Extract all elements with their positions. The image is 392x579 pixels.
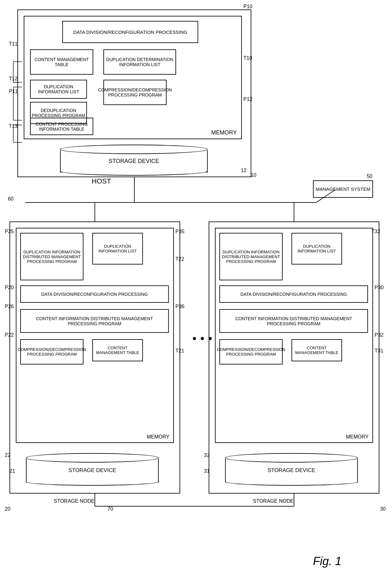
ref-p22: P22 bbox=[5, 332, 14, 338]
ref-p36: P36 bbox=[175, 304, 184, 309]
memory-label: MEMORY bbox=[211, 129, 237, 136]
memory-left-label: MEMORY bbox=[147, 434, 169, 440]
right-storage-label: STORAGE DEVICE bbox=[268, 467, 315, 474]
dup-info-label: DUPLICATION INFORMATION LIST bbox=[31, 84, 86, 94]
content-mgmt-right-box: CONTENT MANAGEMENT TABLE bbox=[291, 339, 342, 361]
svg-point-19 bbox=[201, 337, 204, 340]
compress-right-box: COMPRESSION/DECOMPRESSION PROCESSING PRO… bbox=[219, 339, 283, 364]
ref-p26: P26 bbox=[5, 304, 14, 309]
ref-50: 50 bbox=[367, 173, 372, 179]
ref-p10: P10 bbox=[243, 4, 252, 9]
ref-t11: T11 bbox=[9, 41, 18, 47]
content-info-left-box: CONTENT INFORMATION DISTRIBUTED MANAGEME… bbox=[20, 309, 169, 333]
ref-t31: T31 bbox=[375, 348, 383, 354]
content-mgmt-left-box: CONTENT MANAGEMENT TABLE bbox=[92, 339, 143, 361]
content-mgmt-box: CONTENT MANAGEMENT TABLE bbox=[30, 49, 93, 75]
ref-t10: T10 bbox=[243, 55, 252, 61]
compress-left-label: COMPRESSION/DECOMPRESSION PROCESSING PRO… bbox=[18, 347, 86, 357]
content-info-right-box: CONTENT INFORMATION DISTRIBUTED MANAGEME… bbox=[219, 309, 368, 333]
dedup-label: DEDUPLICATION PROCESSING PROGRAM bbox=[31, 108, 86, 118]
mgmt-label: MANAGEMENT SYSTEM bbox=[315, 186, 370, 192]
host-storage-label: STORAGE DEVICE bbox=[109, 158, 159, 165]
memory-left: DUPLICATION INFORMATION DISTRIBUTED MANA… bbox=[16, 228, 174, 443]
dup-info-list-right-label: DUPLICATION INFORMATION LIST bbox=[292, 244, 341, 253]
ref-p12: P12 bbox=[243, 96, 252, 102]
data-division-box: DATA DIVISION/RECONFIGURATION PROCESSING bbox=[62, 21, 198, 43]
ref-p32: P32 bbox=[375, 332, 383, 338]
ref-70-left: 70 bbox=[107, 506, 113, 512]
dup-dist-right-box: DUPLICATION INFORMATION DISTRIBUTED MANA… bbox=[219, 233, 283, 280]
compress-label: COMPRESSION/DECOMPRESSION PROCESSING PRO… bbox=[98, 87, 172, 97]
ref-p20: P20 bbox=[5, 285, 14, 290]
dup-info-list-left-box: DUPLICATION INFORMATION LIST bbox=[92, 233, 143, 265]
right-storage-bottom bbox=[225, 478, 358, 486]
ref-31: 31 bbox=[204, 468, 210, 474]
host-storage-top bbox=[60, 145, 208, 154]
data-div-left-box: DATA DIVISION/RECONFIGURATION PROCESSING bbox=[20, 285, 169, 303]
memory-box: DATA DIVISION/RECONFIGURATION PROCESSING… bbox=[24, 16, 242, 139]
dup-info-list-right-box: DUPLICATION INFORMATION LIST bbox=[291, 233, 342, 265]
data-div-left-label: DATA DIVISION/RECONFIGURATION PROCESSING bbox=[41, 292, 148, 297]
ref-60: 60 bbox=[8, 196, 14, 202]
compress-right-label: COMPRESSION/DECOMPRESSION PROCESSING PRO… bbox=[217, 347, 285, 357]
ref-12: 12 bbox=[241, 168, 247, 173]
dup-det-box: DUPLICATION DETERMINATION INFORMATION LI… bbox=[103, 49, 176, 75]
left-storage-label: STORAGE DEVICE bbox=[69, 467, 116, 474]
ref-t32: T32 bbox=[371, 229, 380, 234]
ref-t13: T13 bbox=[9, 123, 18, 129]
compress-box: COMPRESSION/DECOMPRESSION PROCESSING PRO… bbox=[103, 80, 167, 105]
left-storage-top bbox=[26, 453, 159, 463]
storage-node-left: DUPLICATION INFORMATION DISTRIBUTED MANA… bbox=[9, 221, 180, 494]
storage-node-left-label: STORAGE NODE bbox=[54, 498, 95, 504]
ref-t12: T12 bbox=[9, 76, 18, 82]
storage-node-right: DUPLICATION INFORMATION DISTRIBUTED MANA… bbox=[209, 221, 379, 494]
host-label: HOST bbox=[92, 177, 111, 185]
content-info-left-label: CONTENT INFORMATION DISTRIBUTED MANAGEME… bbox=[21, 316, 168, 326]
host-box: DATA DIVISION/RECONFIGURATION PROCESSING… bbox=[17, 9, 251, 177]
content-info-right-label: CONTENT INFORMATION DISTRIBUTED MANAGEME… bbox=[220, 316, 367, 326]
ref-p11: P11 bbox=[9, 89, 18, 94]
diagram: DATA DIVISION/RECONFIGURATION PROCESSING… bbox=[0, 0, 392, 579]
ref-p25: P25 bbox=[5, 229, 14, 234]
content-mgmt-left-label: CONTENT MANAGEMENT TABLE bbox=[93, 346, 142, 355]
compress-left-box: COMPRESSION/DECOMPRESSION PROCESSING PRO… bbox=[20, 339, 83, 364]
svg-point-18 bbox=[193, 337, 196, 340]
data-div-right-label: DATA DIVISION/RECONFIGURATION PROCESSING bbox=[241, 292, 347, 297]
dup-dist-left-box: DUPLICATION INFORMATION DISTRIBUTED MANA… bbox=[20, 233, 83, 280]
ref-host-10: 10 bbox=[251, 172, 256, 178]
ref-32: 32 bbox=[204, 452, 210, 458]
data-div-right-box: DATA DIVISION/RECONFIGURATION PROCESSING bbox=[219, 285, 368, 303]
ref-20: 20 bbox=[5, 506, 10, 512]
management-system-box: MANAGEMENT SYSTEM bbox=[313, 180, 373, 198]
content-mgmt-right-label: CONTENT MANAGEMENT TABLE bbox=[292, 346, 341, 355]
content-mgmt-label: CONTENT MANAGEMENT TABLE bbox=[31, 57, 93, 67]
host-storage-bottom bbox=[60, 167, 208, 176]
data-division-label: DATA DIVISION/RECONFIGURATION PROCESSING bbox=[73, 29, 187, 35]
ref-21: 21 bbox=[9, 468, 15, 474]
ref-22: 22 bbox=[5, 452, 10, 458]
ref-30: 30 bbox=[380, 506, 386, 512]
dup-info-list-left-label: DUPLICATION INFORMATION LIST bbox=[93, 244, 142, 253]
memory-right-label: MEMORY bbox=[346, 434, 369, 440]
memory-right: DUPLICATION INFORMATION DISTRIBUTED MANA… bbox=[215, 228, 373, 443]
ref-p35: P35 bbox=[175, 229, 184, 234]
dup-det-label: DUPLICATION DETERMINATION INFORMATION LI… bbox=[104, 57, 175, 67]
ref-p30: P30 bbox=[375, 285, 383, 290]
content-proc-label: CONTENT PROCESSING INFORMATION TABLE bbox=[31, 121, 93, 132]
dup-dist-right-label: DUPLICATION INFORMATION DISTRIBUTED MANA… bbox=[220, 250, 282, 264]
dup-info-box: DUPLICATION INFORMATION LIST bbox=[30, 80, 87, 99]
ref-t22: T22 bbox=[175, 256, 184, 262]
left-storage-bottom bbox=[26, 478, 159, 486]
right-storage-top bbox=[225, 453, 358, 463]
dup-dist-left-label: DUPLICATION INFORMATION DISTRIBUTED MANA… bbox=[21, 250, 83, 264]
ref-t21: T21 bbox=[175, 348, 184, 354]
fig-label: Fig. 1 bbox=[313, 555, 341, 568]
storage-node-right-label: STORAGE NODE bbox=[253, 498, 294, 504]
content-proc-box: CONTENT PROCESSING INFORMATION TABLE bbox=[30, 118, 93, 135]
